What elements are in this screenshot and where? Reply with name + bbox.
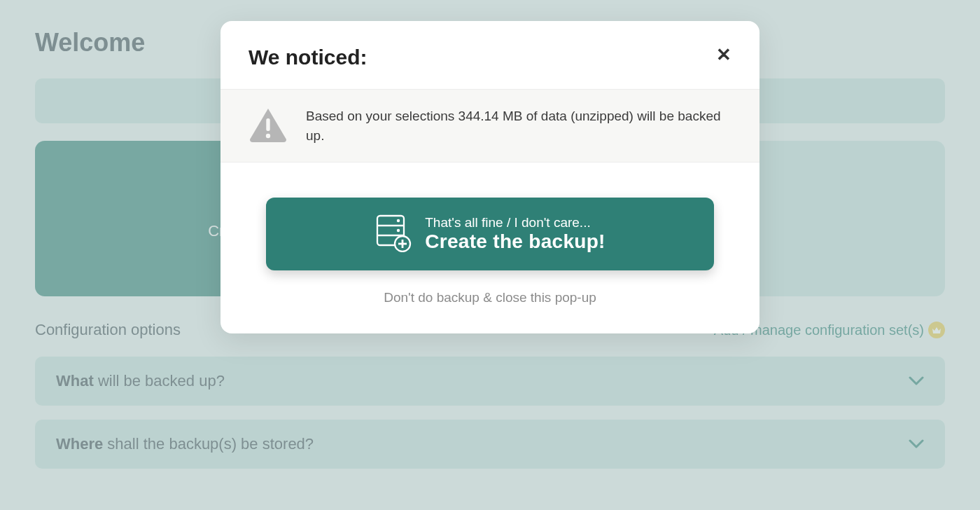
cancel-backup-link[interactable]: Don't do backup & close this pop-up: [266, 290, 714, 305]
svg-rect-8: [266, 118, 270, 131]
modal: We noticed: ✕ Based on your selections 3…: [220, 21, 760, 333]
server-plus-icon: [374, 213, 412, 255]
modal-overlay: We noticed: ✕ Based on your selections 3…: [0, 0, 980, 510]
create-backup-button-text: That's all fine / I don't care... Create…: [425, 215, 605, 253]
modal-notice-text: Based on your selections 344.14 MB of da…: [306, 106, 732, 145]
svg-point-14: [397, 229, 400, 232]
warning-icon: [248, 107, 288, 145]
modal-notice: Based on your selections 344.14 MB of da…: [220, 89, 760, 163]
modal-title: We noticed:: [248, 46, 367, 69]
create-backup-button[interactable]: That's all fine / I don't care... Create…: [266, 198, 714, 270]
svg-point-13: [397, 219, 400, 222]
close-icon[interactable]: ✕: [716, 46, 732, 64]
modal-header: We noticed: ✕: [220, 21, 760, 89]
svg-point-9: [266, 133, 270, 137]
modal-body: That's all fine / I don't care... Create…: [220, 163, 760, 333]
